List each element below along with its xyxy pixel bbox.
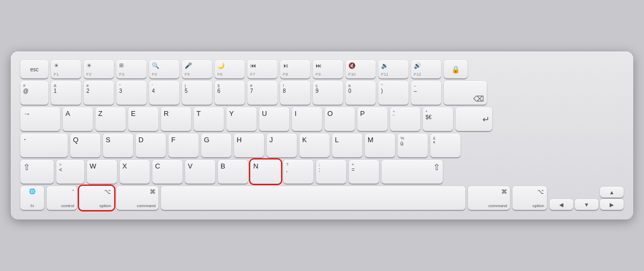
- key-semicolon[interactable]: % ù: [398, 134, 428, 157]
- keyboard: esc ☀ F1 ☀ F2 ⊞ F3 🔍 F4 🎤 F5 🌙 F6 ⏮ F7: [11, 52, 633, 219]
- key-k[interactable]: K: [299, 134, 330, 157]
- key-arrow-right[interactable]: ▶: [600, 199, 624, 210]
- key-f3[interactable]: ⊞ F3: [116, 60, 147, 78]
- key-3[interactable]: " 3: [116, 81, 147, 105]
- key-4[interactable]: ' 4: [149, 81, 179, 105]
- key-q[interactable]: Q: [70, 134, 100, 157]
- key-tab[interactable]: →: [20, 107, 60, 131]
- key-arrow-left[interactable]: ◀: [550, 199, 573, 210]
- key-option-left[interactable]: ⌥ option: [79, 186, 114, 210]
- key-r[interactable]: R: [161, 107, 191, 131]
- key-comma[interactable]: ? ,: [283, 160, 313, 184]
- key-e[interactable]: E: [128, 107, 158, 131]
- key-bracket-close[interactable]: * $€: [423, 107, 453, 131]
- key-quote[interactable]: £ *: [430, 134, 460, 157]
- key-2[interactable]: é 2: [84, 81, 114, 105]
- key-bracket-open[interactable]: ^ ¨: [390, 107, 420, 131]
- key-t[interactable]: T: [194, 107, 224, 131]
- key-n[interactable]: N: [251, 160, 281, 184]
- key-x[interactable]: X: [120, 160, 150, 184]
- key-return-top[interactable]: ↵: [456, 107, 492, 131]
- key-0[interactable]: à 0: [346, 81, 376, 105]
- key-7[interactable]: è 7: [247, 81, 277, 105]
- key-c[interactable]: C: [152, 160, 182, 184]
- key-b[interactable]: B: [218, 160, 248, 184]
- key-f5[interactable]: 🎤 F5: [182, 60, 212, 78]
- key-f4[interactable]: 🔍 F4: [149, 60, 179, 78]
- key-u[interactable]: U: [259, 107, 289, 131]
- key-f9[interactable]: ⏭ F9: [313, 60, 343, 78]
- key-command-left[interactable]: ⌘ command: [116, 186, 158, 210]
- key-o[interactable]: O: [325, 107, 355, 131]
- key-d[interactable]: D: [136, 134, 166, 157]
- key-f2[interactable]: ☀ F2: [84, 60, 114, 78]
- key-angle[interactable]: > <: [56, 160, 84, 184]
- key-minus[interactable]: ° ): [378, 81, 408, 105]
- key-y[interactable]: Y: [226, 107, 257, 131]
- key-f10[interactable]: 🔇 F10: [346, 60, 376, 78]
- key-control[interactable]: ^ control: [47, 186, 77, 210]
- key-backtick[interactable]: # @: [20, 81, 48, 105]
- key-w[interactable]: W: [87, 160, 117, 184]
- asdf-row: • Q S D F G H J K L M: [20, 134, 624, 157]
- key-5[interactable]: ( 5: [182, 81, 212, 105]
- key-h[interactable]: H: [234, 134, 264, 157]
- key-slash[interactable]: + =: [349, 160, 379, 184]
- key-equals[interactable]: – –: [411, 81, 441, 105]
- key-caps-lock[interactable]: •: [20, 134, 68, 157]
- arrow-keys: ▲ ◀ ▼ ▶: [550, 187, 624, 210]
- key-fn[interactable]: 🌐 fn: [20, 186, 44, 210]
- key-command-right[interactable]: ⌘ command: [468, 186, 510, 210]
- key-arrow-down[interactable]: ▼: [575, 199, 598, 210]
- bottom-row: 🌐 fn ^ control ⌥ option ⌘ command ⌘ comm…: [20, 186, 624, 210]
- key-lock[interactable]: 🔒: [444, 60, 467, 78]
- zxcv-row: ⇧ > < W X C V B N ? ,: [20, 160, 624, 184]
- key-f[interactable]: F: [169, 134, 199, 157]
- number-row: # @ & 1 é 2 " 3 ' 4: [20, 81, 624, 105]
- key-period[interactable]: ; :: [316, 160, 346, 184]
- key-arrow-up[interactable]: ▲: [600, 187, 624, 197]
- key-v[interactable]: V: [185, 160, 215, 184]
- key-f1[interactable]: ☀ F1: [51, 60, 81, 78]
- key-j[interactable]: J: [267, 134, 297, 157]
- key-option-right[interactable]: ⌥ option: [513, 186, 547, 210]
- key-g[interactable]: G: [201, 134, 231, 157]
- key-rshift[interactable]: ⇧: [382, 160, 443, 184]
- key-1[interactable]: & 1: [51, 81, 81, 105]
- key-9[interactable]: ç 9: [313, 81, 343, 105]
- qwerty-row: → A Z E R T Y U I O P: [20, 107, 624, 131]
- key-8[interactable]: ! 8: [280, 81, 310, 105]
- key-a[interactable]: A: [63, 107, 93, 131]
- key-m[interactable]: M: [365, 134, 395, 157]
- key-l[interactable]: L: [332, 134, 362, 157]
- key-6[interactable]: § 6: [215, 81, 245, 105]
- key-f6[interactable]: 🌙 F6: [215, 60, 245, 78]
- function-row: esc ☀ F1 ☀ F2 ⊞ F3 🔍 F4 🎤 F5 🌙 F6 ⏮ F7: [20, 60, 624, 78]
- key-f7[interactable]: ⏮ F7: [247, 60, 277, 78]
- key-esc[interactable]: esc: [20, 60, 48, 78]
- key-i[interactable]: I: [292, 107, 322, 131]
- key-f8[interactable]: ⏯ F8: [280, 60, 310, 78]
- key-s[interactable]: S: [103, 134, 133, 157]
- key-z[interactable]: Z: [96, 107, 126, 131]
- key-space[interactable]: [161, 186, 465, 210]
- key-lshift[interactable]: ⇧: [20, 160, 54, 184]
- key-backspace[interactable]: ⌫: [444, 81, 487, 105]
- key-f11[interactable]: 🔉 F11: [378, 60, 408, 78]
- key-f12[interactable]: 🔊 F12: [411, 60, 441, 78]
- key-p[interactable]: P: [357, 107, 387, 131]
